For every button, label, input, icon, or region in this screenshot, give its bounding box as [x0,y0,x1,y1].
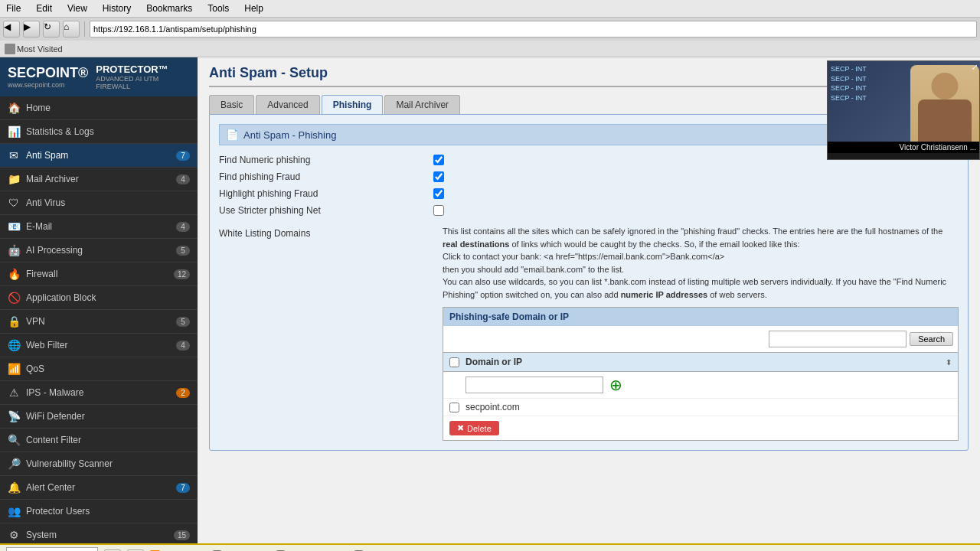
sidebar-logo: SECPOINT® www.secpoint.com PROTECTOR™ AD… [0,57,198,96]
sidebar-label-vpn: VPN [26,316,45,327]
video-name: Victor Christiansenn ... [828,142,979,153]
sidebar-item-vpn[interactable]: 🔒 VPN 5 [0,310,198,334]
bookmarks-bar: Most Visited [0,41,980,57]
system-badge: 15 [174,530,190,540]
sidebar-item-ipsmalware[interactable]: ⚠ IPS - Malware 2 [0,381,198,405]
system-icon: ⚙ [8,529,20,541]
delete-button[interactable]: ✖ Delete [449,421,499,435]
field-find-phishing-checkbox[interactable] [433,171,444,182]
sidebar-item-system[interactable]: ⚙ System 15 [0,523,198,543]
field-find-numeric-checkbox[interactable] [433,155,444,165]
field-use-stricter-label: Use Stricter phishing Net [219,205,433,216]
menu-view[interactable]: View [64,2,90,15]
home-icon: 🏠 [8,102,20,114]
bookmark-icon [5,44,15,54]
field-highlight-phishing-checkbox[interactable] [433,188,444,199]
sidebar-item-appblock[interactable]: 🚫 Application Block [0,286,198,310]
sidebar-item-antispam[interactable]: ✉ Anti Spam 7 [0,144,198,168]
whitelist-label: White Listing Domains [219,225,433,441]
sidebar-item-antivirus[interactable]: 🛡 Anti Virus [0,191,198,215]
sidebar-item-email[interactable]: 📧 E-Mail 4 [0,215,198,239]
delete-icon: ✖ [457,423,464,433]
menu-bookmarks[interactable]: Bookmarks [143,2,195,15]
wifi-icon: 📡 [8,410,20,422]
back-button[interactable]: ◀ [3,21,20,37]
field-highlight-phishing-label: Highlight phishing Fraud [219,188,433,199]
whitelist-desc-3: Click to contact your bank: <a href="htt… [443,252,724,261]
field-highlight-phishing: Highlight phishing Fraud [219,188,959,199]
domain-col-label: Domain or IP [466,357,946,367]
sidebar-item-stats[interactable]: 📊 Statistics & Logs [0,120,198,144]
sidebar-item-home[interactable]: 🏠 Home [0,96,198,120]
whitelist-desc-bold2: numeric IP addresses [621,290,708,299]
sidebar-label-antispam: Anti Spam [26,150,68,161]
sidebar-item-protectorusers[interactable]: 👥 Protector Users [0,500,198,523]
forward-button[interactable]: ▶ [23,21,40,37]
sidebar-item-alertcenter[interactable]: 🔔 Alert Center 7 [0,476,198,500]
sidebar-label-appblock: Application Block [26,292,96,303]
address-bar[interactable] [90,21,977,37]
logo-protector: PROTECTOR™ [96,64,190,75]
alert-badge: 7 [176,483,190,493]
select-all-checkbox[interactable] [449,357,459,367]
sidebar-item-qos[interactable]: 📶 QoS [0,357,198,381]
find-bar: gamb ▲ ▼ Highlight All Match Case Match … [0,543,980,551]
sidebar: SECPOINT® www.secpoint.com PROTECTOR™ AD… [0,57,198,543]
webfilter-icon: 🌐 [8,339,20,351]
mailarchiver-badge: 4 [176,174,190,184]
sidebar-label-webfilter: Web Filter [26,340,67,350]
email-badge: 4 [176,222,190,232]
logo-secpoint: SECPOINT® [8,65,88,81]
sidebar-item-firewall[interactable]: 🔥 Firewall 12 [0,262,198,286]
ai-badge: 5 [176,246,190,256]
domain-row-value: secpoint.com [466,402,520,412]
field-use-stricter: Use Stricter phishing Net [219,205,959,216]
menu-file[interactable]: File [3,2,24,15]
video-frame: SECP - INT SECP - INT SECP - INT SECP - … [828,61,979,142]
sidebar-item-mailarchiver[interactable]: 📁 Mail Archiver 4 [0,168,198,191]
home-button[interactable]: ⌂ [63,21,80,37]
add-domain-button[interactable]: ⊕ [609,376,622,394]
tab-phishing[interactable]: Phishing [322,95,384,114]
menu-history[interactable]: History [100,2,134,15]
field-find-numeric-label: Find Numeric phishing [219,155,433,165]
domain-row-checkbox[interactable] [449,403,459,412]
sidebar-label-contentfilter: Content Filter [26,435,81,445]
sidebar-item-aiprocessing[interactable]: 🤖 AI Processing 5 [0,239,198,262]
vuln-icon: 🔎 [8,458,20,470]
sidebar-label-antivirus: Anti Virus [26,197,65,208]
sidebar-item-webfilter[interactable]: 🌐 Web Filter 4 [0,334,198,357]
mailarchiver-icon: 📁 [8,173,20,185]
contentfilter-icon: 🔍 [8,434,20,446]
tab-advanced[interactable]: Advanced [256,95,319,114]
find-search-input[interactable]: gamb [6,547,98,551]
domain-table-header: Domain or IP ⬍ [443,352,958,372]
logo-tagline: ADVANCED AI UTM FIREWALL [96,75,190,90]
tab-basic[interactable]: Basic [209,95,254,114]
sidebar-item-contentfilter[interactable]: 🔍 Content Filter [0,429,198,452]
video-overlay: SECP - INT SECP - INT SECP - INT SECP - … [827,60,980,160]
antispam-badge: 7 [176,151,190,161]
ai-icon: 🤖 [8,244,20,256]
menu-tools[interactable]: Tools [204,2,232,15]
domain-add-input[interactable] [466,377,603,393]
bookmark-item[interactable]: Most Visited [5,44,63,54]
whitelist-section: White Listing Domains This list contains… [219,225,959,441]
search-button[interactable]: Search [910,332,953,346]
sidebar-item-vulnscanner[interactable]: 🔎 Vulnerability Scanner [0,452,198,476]
ips-badge: 2 [176,388,190,398]
sidebar-label-alert: Alert Center [26,482,75,493]
whitelist-desc-4: then you should add "email.bank.com" to … [443,265,624,274]
sidebar-label-ips: IPS - Malware [26,387,83,398]
video-expand-icon[interactable]: ⤢ [972,63,978,71]
menu-help[interactable]: Help [241,2,266,15]
tab-mailarchiver[interactable]: Mail Archiver [384,95,460,114]
whitelist-desc-2: of links which would be caught by the ch… [511,240,799,249]
menu-edit[interactable]: Edit [33,2,55,15]
domain-search-row: Search [443,326,958,352]
sidebar-label-mailarchiver: Mail Archiver [26,174,79,184]
sidebar-item-wifidefender[interactable]: 📡 WiFi Defender [0,405,198,429]
reload-button[interactable]: ↻ [43,21,60,37]
domain-search-input[interactable] [769,331,906,347]
field-use-stricter-checkbox[interactable] [433,205,444,216]
